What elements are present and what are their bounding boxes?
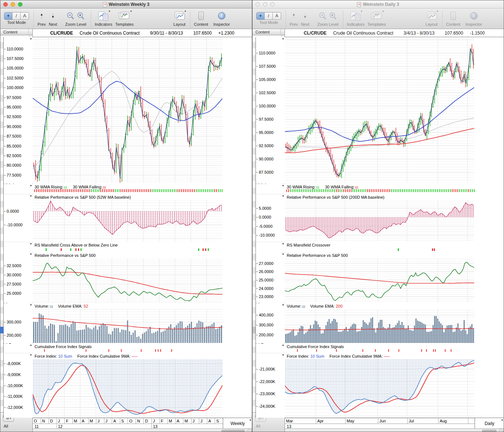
templates-button[interactable]: ▾ Templates xyxy=(367,10,386,26)
prev-button[interactable]: ▲⋮ Prev xyxy=(290,10,298,26)
horizontal-scrollbar[interactable] xyxy=(33,428,252,432)
close-button[interactable] xyxy=(255,2,260,7)
last-price: 107.6500 xyxy=(193,31,212,36)
panel-menu-icon[interactable]: ▾ xyxy=(282,303,284,307)
sidebar-header[interactable]: Content xyxy=(253,29,285,35)
layout-button[interactable]: ▾ Layout xyxy=(426,10,438,26)
panel-menu-icon[interactable]: ▾ xyxy=(30,242,32,246)
layout-button[interactable]: ▾ Layout xyxy=(174,10,186,26)
templates-button[interactable]: ▾ Templates xyxy=(115,10,133,26)
panel-menu-icon[interactable]: ▾ xyxy=(282,353,284,357)
indicators-button[interactable]: ▾ Indicators xyxy=(95,10,112,26)
panel-menu-icon[interactable]: ▾ xyxy=(282,184,284,188)
resize-grip[interactable] xyxy=(247,429,252,432)
price-change: +1.2300 xyxy=(218,31,235,36)
panel-title: Relative Performance vs S&P 500 (52W MA … xyxy=(33,194,35,200)
close-button[interactable] xyxy=(3,2,8,7)
tool-mode-group: + / A Tool Mode xyxy=(256,10,281,25)
minimize-button[interactable] xyxy=(11,2,15,7)
force-index-signal-marker xyxy=(297,349,298,352)
force-index-signal-marker xyxy=(388,349,389,352)
line-tool-button[interactable]: / xyxy=(265,13,273,20)
panel-menu-icon[interactable]: ▾ xyxy=(282,194,284,198)
sell-signal-marker xyxy=(75,248,76,251)
panel-menu-icon[interactable]: ▾ xyxy=(282,344,284,347)
panel-title: Volume:Volume EMA: 200 xyxy=(285,303,287,309)
period-selector[interactable]: Daily▾ xyxy=(475,418,504,429)
panel-menu-icon[interactable]: ▾ xyxy=(30,303,32,307)
zoom-out-icon[interactable] xyxy=(319,11,327,20)
next-button[interactable]: ⋮▼ Next xyxy=(49,10,57,26)
relative-performance-panel-axis: ▾32.500030.000027.500025.0000 xyxy=(3,252,33,303)
y-axis-tick: 100.0000 xyxy=(4,85,24,90)
next-button[interactable]: ⋮▼ Next xyxy=(301,10,310,26)
zoom-out-icon[interactable] xyxy=(67,11,75,20)
y-axis-tick: -21,000K xyxy=(256,367,275,372)
zoom-button[interactable] xyxy=(270,2,275,7)
timeline: MarAprMayJunJulAug13Daily▾ xyxy=(285,418,504,428)
date-range: 9/30/11 - 8/30/13 xyxy=(150,31,183,36)
content-button[interactable]: Content xyxy=(446,10,461,26)
security-name: Crude Oil Continuous Contract xyxy=(79,31,139,36)
y-axis-tick: 5.0000 xyxy=(256,206,271,211)
panel-menu-icon[interactable]: ▾ xyxy=(30,252,32,256)
inspector-button[interactable]: i Inspector xyxy=(213,10,230,26)
panel-title: Relative Performance vs S&P 500 (200D MA… xyxy=(285,194,287,200)
indicators-button[interactable]: ▾ Indicators xyxy=(347,10,365,26)
resize-grip[interactable] xyxy=(499,429,504,432)
panel-menu-icon[interactable]: ▾ xyxy=(30,184,32,188)
content-button[interactable]: Content xyxy=(194,10,208,26)
panel-menu-icon[interactable]: ▾ xyxy=(282,242,284,246)
prev-button[interactable]: ▲⋮ Prev xyxy=(37,10,46,26)
month-cell: J xyxy=(57,418,65,424)
hscroll-thumb[interactable] xyxy=(221,429,245,432)
y-axis-tick: 0.0000 xyxy=(256,215,271,220)
toolbar: + / A Tool Mode ▲⋮ Prev ⋮▼ Next Zoom Lev… xyxy=(253,8,504,29)
titlebar[interactable]: Weinstein Weekly 3 xyxy=(0,0,252,8)
pointer-tool-button[interactable]: + xyxy=(257,13,265,20)
text-tool-button[interactable]: A xyxy=(273,13,281,20)
horizontal-scrollbar[interactable] xyxy=(285,428,504,432)
panel-menu-icon[interactable]: ▾ xyxy=(282,37,284,41)
window-daily: Weinstein Daily 3 + / A Tool Mode ▲⋮ Pre… xyxy=(252,0,504,432)
zoom-button[interactable] xyxy=(18,2,22,7)
zoom-in-icon[interactable] xyxy=(77,11,85,20)
month-cell: May xyxy=(345,418,378,424)
titlebar[interactable]: Weinstein Daily 3 xyxy=(253,0,504,8)
y-axis-tick: 95.0000 xyxy=(4,105,21,110)
templates-icon xyxy=(370,11,383,21)
panel-menu-icon[interactable]: ▾ xyxy=(30,344,32,347)
y-axis-tick: -9,000K xyxy=(4,372,21,377)
zoom-level-group: Zoom Level xyxy=(65,10,86,26)
line-tool-button[interactable]: / xyxy=(12,13,21,20)
relative-performance-baseline-panel-axis: ▾5.00000.0000-5.0000-10.0000 xyxy=(255,194,285,242)
mansfield-signal-strip-axis: ▾ xyxy=(3,242,33,252)
panel-menu-icon[interactable]: ▾ xyxy=(30,194,32,198)
tool-mode-group: + / A Tool Mode xyxy=(4,10,29,25)
pointer-tool-button[interactable]: + xyxy=(4,13,12,20)
panel-menu-icon[interactable]: ▾ xyxy=(282,252,284,256)
zoom-in-icon[interactable] xyxy=(329,11,337,20)
document-icon xyxy=(103,2,107,7)
month-cell: J xyxy=(151,418,160,424)
sell-signal-marker xyxy=(434,248,435,251)
y-axis-tick: 105.0000 xyxy=(4,66,24,71)
text-tool-button[interactable]: A xyxy=(21,13,29,20)
sidebar-header[interactable]: Content xyxy=(0,29,32,35)
hscroll-thumb[interactable] xyxy=(482,429,497,432)
force-index-signal-marker xyxy=(451,349,451,352)
panel-menu-icon[interactable]: ▾ xyxy=(30,353,32,357)
panel-title: Volume:Volume EMA: 52 xyxy=(33,303,35,309)
next-icon: ⋮▼ xyxy=(302,13,308,18)
month-cell: J xyxy=(191,418,199,424)
panel-menu-icon[interactable]: ▾ xyxy=(30,37,32,41)
force-index-signal-marker xyxy=(155,349,156,352)
y-axis-tick: 200,000 xyxy=(4,333,21,338)
period-selector[interactable]: Weekly▾ xyxy=(223,418,252,429)
inspector-button[interactable]: i Inspector xyxy=(465,10,482,26)
desktop: Weinstein Weekly 3 + / A Tool Mode ▲⋮ Pr… xyxy=(0,0,504,432)
minimize-button[interactable] xyxy=(263,2,267,7)
sell-signal-marker xyxy=(203,248,204,251)
window-controls xyxy=(3,2,22,7)
panel-title: RS Mansfield Cross Above or Below Zero L… xyxy=(33,242,35,248)
